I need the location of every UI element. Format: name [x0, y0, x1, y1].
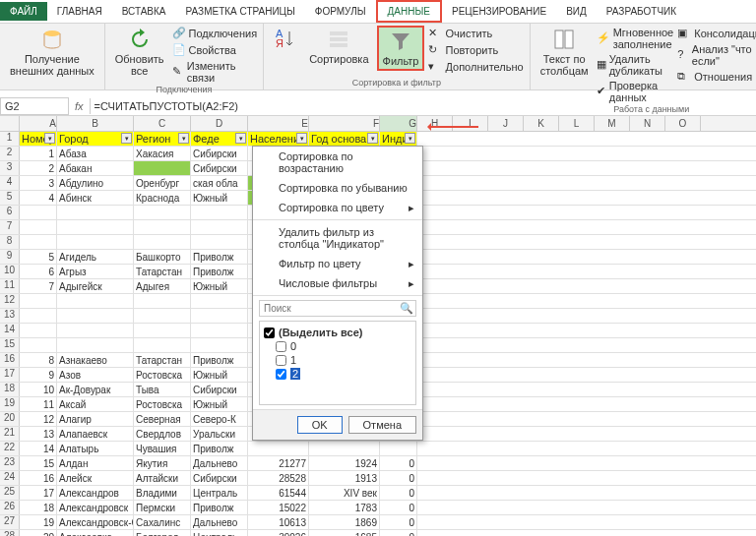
row-header[interactable]: 12	[0, 294, 20, 308]
cell[interactable]: Южный	[191, 397, 248, 411]
tab-dev[interactable]: РАЗРАБОТЧИК	[597, 2, 686, 21]
cell[interactable]: 0	[380, 486, 417, 500]
cell[interactable]	[191, 338, 248, 352]
cell[interactable]: 20	[20, 530, 57, 536]
cell[interactable]: Татарстан	[134, 265, 191, 278]
row-header[interactable]: 19	[0, 397, 20, 411]
cell[interactable]: Якутия	[134, 456, 191, 470]
col-header[interactable]: A	[20, 116, 57, 131]
cell[interactable]: Приволж	[191, 265, 248, 278]
cell[interactable]	[57, 206, 134, 219]
fx-icon[interactable]: fx	[69, 100, 90, 112]
cell[interactable]: 28528	[248, 471, 309, 485]
tab-data[interactable]: ДАННЫЕ	[376, 0, 442, 23]
relations-button[interactable]: ⧉Отношения	[677, 69, 756, 85]
reapply-button[interactable]: ↻Повторить	[428, 42, 523, 58]
cell[interactable]: Александровск	[57, 501, 134, 514]
cell[interactable]: 11	[20, 397, 57, 411]
filter-ok-button[interactable]: OK	[297, 416, 343, 434]
row-header[interactable]: 7	[0, 220, 20, 234]
cell[interactable]: Дальнево	[191, 456, 248, 470]
header-cell[interactable]: Феде▾	[191, 132, 248, 146]
cell[interactable]	[134, 338, 191, 352]
cell[interactable]: 39026	[248, 530, 309, 536]
cell[interactable]	[191, 294, 248, 308]
cell[interactable]	[134, 235, 191, 249]
cell[interactable]: Алексеевка	[57, 530, 134, 536]
row-header[interactable]: 8	[0, 235, 20, 249]
cell[interactable]	[57, 235, 134, 249]
cell[interactable]: Азнакаево	[57, 353, 134, 367]
filter-value-item[interactable]: 1	[264, 353, 411, 367]
cell[interactable]: 1685	[309, 530, 380, 536]
cell[interactable]	[191, 235, 248, 249]
cell[interactable]: Централь	[191, 486, 248, 500]
cell[interactable]	[248, 442, 309, 455]
row-header[interactable]: 2	[0, 147, 20, 160]
filter-value-item[interactable]: 2	[264, 367, 411, 381]
row-header[interactable]: 18	[0, 383, 20, 396]
cell[interactable]	[20, 309, 57, 323]
cell[interactable]	[20, 324, 57, 337]
cell[interactable]: Агрыз	[57, 265, 134, 278]
cell[interactable]: 1783	[309, 501, 380, 514]
row-header[interactable]: 24	[0, 471, 20, 485]
cell[interactable]: Абинск	[57, 191, 134, 205]
row-header[interactable]: 9	[0, 250, 20, 264]
cell[interactable]: 3	[20, 176, 57, 190]
cell[interactable]: Абдулино	[57, 176, 134, 190]
cell[interactable]: 1869	[309, 515, 380, 529]
cell[interactable]: 16	[20, 471, 57, 485]
consolidate-button[interactable]: ▣Консолидация	[677, 26, 756, 41]
cell[interactable]: Оренбург	[134, 176, 191, 190]
row-header[interactable]: 26	[0, 501, 20, 514]
cell[interactable]: 10	[20, 383, 57, 396]
cell[interactable]	[380, 442, 417, 455]
cell[interactable]: 14	[20, 442, 57, 455]
cell[interactable]: Сибирски	[191, 147, 248, 160]
cell[interactable]	[134, 309, 191, 323]
cell[interactable]: Сибирски	[191, 471, 248, 485]
cell[interactable]: 12	[20, 412, 57, 426]
row-header[interactable]: 25	[0, 486, 20, 500]
cell[interactable]: Ростовска	[134, 397, 191, 411]
cell[interactable]: Башкорто	[134, 250, 191, 264]
cell[interactable]: Свердлов	[134, 427, 191, 441]
row-header[interactable]: 14	[0, 324, 20, 337]
cell[interactable]: Агидель	[57, 250, 134, 264]
row-header[interactable]: 1	[0, 132, 20, 146]
cell[interactable]: Дальнево	[191, 515, 248, 529]
data-validation-button[interactable]: ✔Проверка данных	[597, 79, 674, 104]
row-header[interactable]: 16	[0, 353, 20, 367]
cell[interactable]: Адыгейск	[57, 279, 134, 293]
filter-value-item[interactable]: 0	[264, 339, 411, 353]
cell[interactable]: Александров	[57, 486, 134, 500]
cell[interactable]: Южный	[191, 368, 248, 382]
cell[interactable]: 19	[20, 515, 57, 529]
cell[interactable]: 0	[380, 501, 417, 514]
cell[interactable]: 15022	[248, 501, 309, 514]
tab-view[interactable]: ВИД	[556, 2, 597, 21]
select-all-corner[interactable]	[0, 116, 20, 131]
cell[interactable]	[134, 206, 191, 219]
filter-dropdown-icon[interactable]: ▾	[178, 133, 189, 144]
cell[interactable]: 10613	[248, 515, 309, 529]
cell[interactable]: 21277	[248, 456, 309, 470]
header-cell[interactable]: Город▾	[57, 132, 134, 146]
number-filters-item[interactable]: Числовые фильтры▸	[253, 273, 422, 293]
cell[interactable]	[134, 161, 191, 175]
cell[interactable]: 0	[380, 515, 417, 529]
cell[interactable]: 61544	[248, 486, 309, 500]
filter-dropdown-icon[interactable]: ▾	[296, 133, 307, 144]
filter-dropdown-icon[interactable]: ▾	[44, 133, 55, 144]
cell[interactable]	[57, 294, 134, 308]
cell[interactable]: Сибирски	[191, 161, 248, 175]
cell[interactable]	[134, 220, 191, 234]
cell[interactable]: Краснода	[134, 191, 191, 205]
tab-formulas[interactable]: ФОРМУЛЫ	[305, 2, 376, 21]
cell[interactable]: XIV век	[309, 486, 380, 500]
filter-dropdown-icon[interactable]: ▾	[235, 133, 246, 144]
get-external-data-button[interactable]: Получение внешних данных	[6, 26, 98, 79]
cell[interactable]: ская обла	[191, 176, 248, 190]
cell[interactable]	[57, 309, 134, 323]
